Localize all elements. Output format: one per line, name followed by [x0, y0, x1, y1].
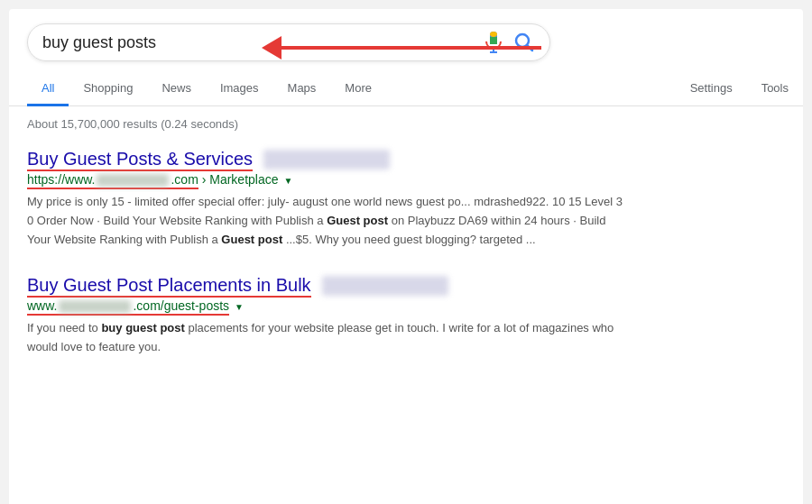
result-badge-2 [322, 276, 448, 296]
result-url-highlight-1: https://www..com [27, 172, 198, 189]
tab-tools[interactable]: Tools [747, 72, 803, 106]
svg-marker-9 [262, 36, 281, 60]
result-title-link-2[interactable]: Buy Guest Post Placements in Bulk [27, 275, 311, 297]
result-item-2: Buy Guest Post Placements in Bulk www..c… [27, 275, 785, 357]
nav-tabs: All Shopping News Images Maps More Setti… [9, 72, 803, 106]
page-container: buy guest posts [9, 9, 803, 504]
result-title-row-1: Buy Guest Posts & Services [27, 149, 785, 170]
results-area: About 15,700,000 results (0.24 seconds) … [9, 106, 803, 400]
result-title-text-2: Buy Guest Post Placements in Bulk [27, 275, 311, 298]
result-url-blurred-1 [97, 174, 169, 187]
tab-news[interactable]: News [147, 72, 206, 106]
result-count: About 15,700,000 results (0.24 seconds) [27, 117, 785, 131]
tab-maps[interactable]: Maps [273, 72, 331, 106]
arrow-annotation [262, 25, 550, 74]
result-title-row-2: Buy Guest Post Placements in Bulk [27, 275, 785, 297]
result-snippet-1: My price is only 15 - limited offer spec… [27, 193, 623, 249]
result-title-link-1[interactable]: Buy Guest Posts & Services [27, 149, 253, 170]
search-bar-area: buy guest posts [9, 9, 803, 61]
result-url-highlight-2: www..com/guest-posts [27, 298, 229, 316]
result-snippet-2: If you need to buy guest post placements… [27, 319, 623, 357]
result-url-row-2: www..com/guest-posts ▼ [27, 298, 785, 316]
tab-all[interactable]: All [27, 72, 69, 106]
tab-more[interactable]: More [330, 72, 386, 106]
result-url-blurred-2 [59, 300, 131, 313]
tab-settings[interactable]: Settings [676, 72, 747, 106]
result-url-row-1: https://www..com › Marketplace ▼ [27, 172, 785, 189]
result-url-path-1: › Marketplace [202, 172, 279, 187]
result-item: Buy Guest Posts & Services https://www..… [27, 149, 785, 250]
result-badge-1 [263, 150, 390, 170]
result-dropdown-arrow-2[interactable]: ▼ [235, 302, 244, 312]
result-url-2: www..com/guest-posts [27, 298, 229, 316]
tab-shopping[interactable]: Shopping [69, 72, 147, 106]
result-dropdown-arrow-1[interactable]: ▼ [284, 176, 293, 186]
result-url-1: https://www..com › Marketplace [27, 172, 279, 189]
result-title-text-1: Buy Guest Posts & Services [27, 149, 253, 171]
tab-images[interactable]: Images [206, 72, 273, 106]
